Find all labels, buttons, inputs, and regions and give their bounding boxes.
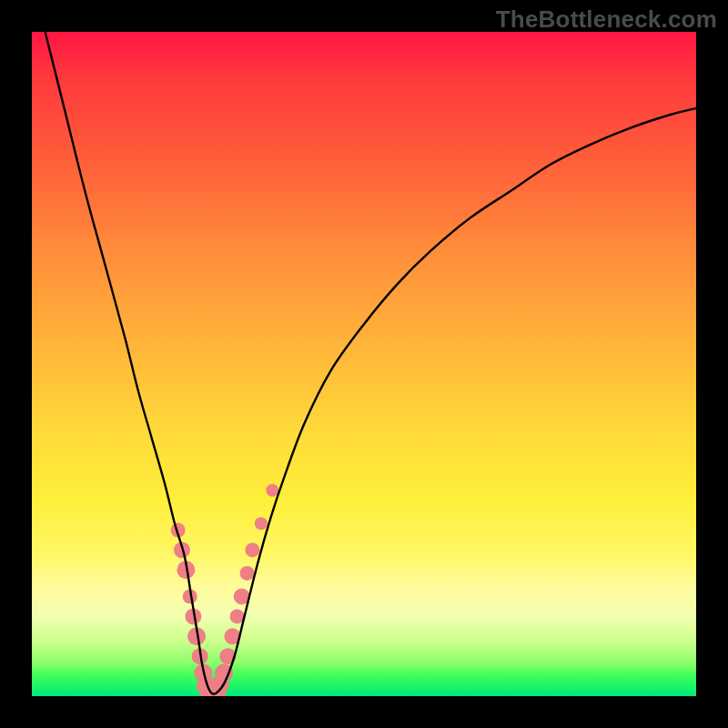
highlight-points-group	[171, 484, 279, 696]
chart-frame: TheBottleneck.com	[0, 0, 728, 728]
watermark-text: TheBottleneck.com	[496, 5, 717, 34]
bottleneck-curve	[46, 32, 696, 694]
plot-area	[32, 32, 696, 696]
highlight-point	[245, 542, 259, 557]
highlight-point	[240, 566, 255, 581]
chart-svg	[32, 32, 696, 696]
highlight-point	[255, 517, 268, 530]
highlight-point	[266, 484, 278, 497]
